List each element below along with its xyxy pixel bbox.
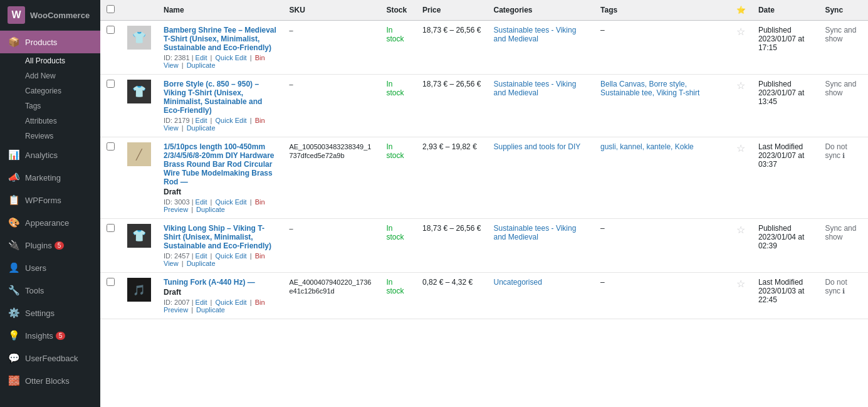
product-sku-cell: AE_1005003483238349_1737dfced5e72a9b <box>283 137 380 219</box>
product-thumbnail-cell: 🎵 <box>121 273 157 319</box>
action-bin[interactable]: Bin <box>255 299 265 306</box>
product-sku: AE_1005003483238349_1737dfced5e72a9b <box>289 143 371 159</box>
action-preview[interactable]: Preview <box>164 206 188 213</box>
row-checkbox[interactable] <box>107 80 115 88</box>
sidebar-item-label: Insights <box>25 331 53 341</box>
action-duplicate[interactable]: Duplicate <box>187 61 216 69</box>
product-category-link[interactable]: Sustainable tees - Viking and Medieval <box>493 80 576 97</box>
product-date-label: Published <box>758 224 813 233</box>
sidebar-item-wpforms[interactable]: 📋 WPForms <box>0 189 100 211</box>
products-icon: 📦 <box>8 36 20 48</box>
action-duplicate[interactable]: Duplicate <box>187 124 216 132</box>
product-tags[interactable]: Bella Canvas, Borre style, Sustainable t… <box>600 80 699 97</box>
action-edit[interactable]: Edit <box>196 198 207 206</box>
date-col[interactable]: Date <box>752 0 819 21</box>
product-tags[interactable]: gusli, kannel, kantele, Kokle <box>600 142 694 151</box>
submenu-reviews[interactable]: Reviews <box>0 129 100 144</box>
featured-star-icon[interactable]: ☆ <box>736 80 745 91</box>
product-sync-cell: Sync and show <box>818 219 868 273</box>
featured-star-icon[interactable]: ☆ <box>736 278 745 289</box>
price-col[interactable]: Price <box>416 0 487 21</box>
product-name-link[interactable]: Bamberg Shrine Tee – Medieval T-Shirt (U… <box>164 26 276 52</box>
sku-col[interactable]: SKU <box>283 0 380 21</box>
action-edit[interactable]: Edit <box>196 54 207 61</box>
featured-star-icon[interactable]: ☆ <box>736 143 745 154</box>
action-edit[interactable]: Edit <box>196 252 207 260</box>
action-bin[interactable]: Bin <box>255 198 265 206</box>
product-stock-cell: In stock <box>380 273 416 319</box>
product-category-link[interactable]: Sustainable tees - Viking and Medieval <box>493 26 576 43</box>
select-all-checkbox[interactable] <box>107 5 115 13</box>
sidebar-logo[interactable]: W WooCommerce <box>0 0 100 31</box>
submenu-tags[interactable]: Tags <box>0 98 100 114</box>
tags-col[interactable]: Tags <box>594 0 730 21</box>
product-date-value: 2023/01/07 at 13:45 <box>758 88 813 106</box>
sync-help-icon[interactable]: ℹ <box>842 287 845 295</box>
product-tags: – <box>600 278 605 287</box>
sidebar-item-products[interactable]: 📦 Products <box>0 31 100 53</box>
product-category-link[interactable]: Uncategorised <box>493 278 541 287</box>
product-price: 2,93 € – 19,82 € <box>422 142 477 151</box>
sidebar-item-tools[interactable]: 🔧 Tools <box>0 279 100 302</box>
product-thumbnail: 👕 <box>127 80 151 103</box>
action-edit[interactable]: Edit <box>196 117 207 124</box>
sidebar-item-appearance[interactable]: 🎨 Appearance <box>0 211 100 234</box>
product-name-link[interactable]: Viking Long Ship – Viking T-Shirt (Unise… <box>164 224 276 250</box>
product-price: 18,73 € – 26,56 € <box>422 80 481 88</box>
name-col[interactable]: Name <box>157 0 283 21</box>
sidebar-item-insights[interactable]: 💡 Insights 5 <box>0 324 100 347</box>
action-view[interactable]: View <box>164 124 179 132</box>
action-bin[interactable]: Bin <box>255 54 265 61</box>
action-quick-edit[interactable]: Quick Edit <box>216 252 247 260</box>
sync-col[interactable]: Sync <box>818 0 868 21</box>
submenu-attributes[interactable]: Attributes <box>0 114 100 129</box>
submenu-add-new[interactable]: Add New <box>0 68 100 83</box>
action-duplicate[interactable]: Duplicate <box>196 306 225 314</box>
action-edit[interactable]: Edit <box>196 299 207 306</box>
row-checkbox[interactable] <box>107 26 115 34</box>
product-thumbnail: 👕 <box>127 224 151 248</box>
action-bin[interactable]: Bin <box>255 117 265 124</box>
sep: | <box>189 206 195 213</box>
categories-col[interactable]: Categories <box>487 0 594 21</box>
row-checkbox[interactable] <box>107 142 115 151</box>
featured-star-icon[interactable]: ☆ <box>736 26 745 37</box>
sync-help-icon[interactable]: ℹ <box>842 152 845 159</box>
sidebar-item-userfeedback[interactable]: 💬 UserFeedback <box>0 347 100 369</box>
product-category-link[interactable]: Supplies and tools for DIY <box>493 142 580 151</box>
action-duplicate[interactable]: Duplicate <box>196 206 225 213</box>
action-view[interactable]: View <box>164 61 179 69</box>
action-preview[interactable]: Preview <box>164 306 188 314</box>
action-quick-edit[interactable]: Quick Edit <box>216 198 247 206</box>
action-quick-edit[interactable]: Quick Edit <box>216 117 247 124</box>
sidebar-item-settings[interactable]: ⚙️ Settings <box>0 302 100 324</box>
submenu-categories[interactable]: Categories <box>0 83 100 98</box>
product-thumbnail: ╱ <box>127 142 151 166</box>
sync-status: Sync and show <box>825 26 856 43</box>
featured-col: ⭐ <box>730 0 752 21</box>
product-name-cell: Borre Style (c. 850 – 950) – Viking T-Sh… <box>157 75 283 137</box>
sidebar-item-marketing[interactable]: 📣 Marketing <box>0 166 100 189</box>
sidebar-item-otter-blocks[interactable]: 🧱 Otter Blocks <box>0 369 100 392</box>
product-category-link[interactable]: Sustainable tees - Viking and Medieval <box>493 224 576 241</box>
action-view[interactable]: View <box>164 260 179 267</box>
action-duplicate[interactable]: Duplicate <box>187 260 216 267</box>
action-quick-edit[interactable]: Quick Edit <box>216 299 247 306</box>
sidebar-item-label: Settings <box>25 309 55 318</box>
product-name-link[interactable]: Tuning Fork (A-440 Hz) — <box>164 278 276 287</box>
product-name-link[interactable]: 1/5/10pcs length 100-450mm 2/3/4/5/6/8-2… <box>164 142 276 186</box>
row-checkbox[interactable] <box>107 278 115 286</box>
featured-star-icon[interactable]: ☆ <box>736 225 745 235</box>
sep: | <box>180 260 186 267</box>
sidebar-item-plugins[interactable]: 🔌 Plugins 5 <box>0 234 100 256</box>
stock-col[interactable]: Stock <box>380 0 416 21</box>
action-quick-edit[interactable]: Quick Edit <box>216 54 247 61</box>
product-name-link[interactable]: Borre Style (c. 850 – 950) – Viking T-Sh… <box>164 80 276 115</box>
submenu-all-products[interactable]: All Products <box>0 53 100 68</box>
sidebar-item-label: UserFeedback <box>25 354 78 363</box>
row-checkbox[interactable] <box>107 224 115 232</box>
action-bin[interactable]: Bin <box>255 252 265 260</box>
sidebar-item-users[interactable]: 👤 Users <box>0 256 100 279</box>
product-date-cell: Published2023/01/07 at 13:45 <box>752 75 819 137</box>
sidebar-item-analytics[interactable]: 📊 Analytics <box>0 144 100 166</box>
